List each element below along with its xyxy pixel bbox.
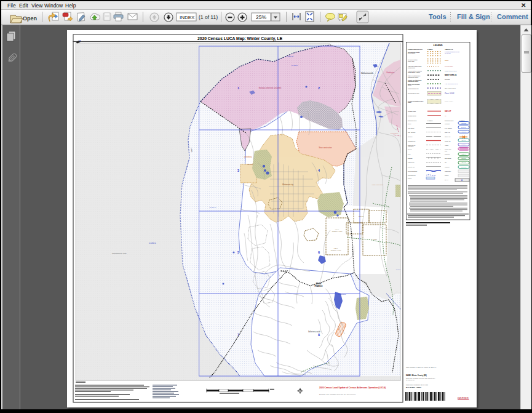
svg-text:Paddington: Paddington <box>386 71 395 74</box>
svg-text:CLOVIS: CLOVIS <box>359 215 364 217</box>
svg-text:0823-07: 0823-07 <box>445 110 451 113</box>
svg-text:No. At: No. At <box>445 179 448 180</box>
svg-text:SYMBOL/DESCRIPTION: SYMBOL/DESCRIPTION <box>408 49 423 50</box>
svg-text:Cemetery: Cemetery <box>445 153 450 154</box>
svg-text:as abal ac: as abal ac <box>149 242 157 244</box>
svg-text:Intermittent str: Intermittent str <box>408 175 416 176</box>
svg-text:ROSE GRNT 43700: ROSE GRNT 43700 <box>445 70 457 71</box>
svg-text:Campus: Campus <box>445 166 449 167</box>
svg-text:1: 1 <box>237 86 239 90</box>
svg-text:SYMBOL: SYMBOL <box>427 120 434 121</box>
svg-text:Blvd Fwy: Blvd Fwy <box>461 127 466 128</box>
svg-text:Special: Special <box>408 149 412 150</box>
svg-text:saddle center: saddle center <box>445 101 453 103</box>
svg-text:TR (5400): TR (5400) <box>445 53 451 54</box>
svg-text:as aba ac: as aba ac <box>210 207 217 209</box>
svg-text:MAP SHEET: 4-0000Y: MAP SHEET: 4-0000Y <box>406 387 422 388</box>
svg-text:Stairway: Stairway <box>408 136 413 137</box>
svg-text:(1 of 11): (1 of 11) <box>199 14 218 20</box>
svg-text:CR 144: CR 144 <box>462 140 467 141</box>
svg-text:Golf Course: Golf Course <box>445 158 452 159</box>
svg-text:achterberg: achterberg <box>244 156 252 158</box>
svg-text:2: 2 <box>318 86 320 90</box>
svg-text:Ferry: Ferry <box>408 153 411 154</box>
svg-text:SYMBOL: SYMBOL <box>459 120 466 121</box>
svg-text:ac ara ac: ac ara ac <box>292 65 298 66</box>
svg-text:Census Block: Census Block <box>408 115 417 116</box>
svg-text:(MCD): (MCD) <box>408 85 411 86</box>
svg-text:Belle terra castle: Belle terra castle <box>308 331 320 333</box>
svg-text:Incorporated Place: Incorporated Place <box>408 93 420 94</box>
svg-text:Street: Street <box>408 123 411 124</box>
svg-text:Cmtry 9: Cmtry 9 <box>462 153 467 154</box>
svg-text:U.S. Highway: U.S. Highway <box>445 127 452 129</box>
svg-text:ARDEN: ARDEN <box>372 239 377 240</box>
svg-text:Winterset city: Winterset city <box>282 183 294 186</box>
svg-text:Corporation (ANRC): Corporation (ANRC) <box>408 71 420 73</box>
svg-text:7: 7 <box>237 333 239 337</box>
svg-text:6: 6 <box>318 251 320 254</box>
svg-text:T3600: T3600 <box>445 60 449 61</box>
svg-text:Glacier: Glacier <box>408 177 412 178</box>
svg-text:INDEX: INDEX <box>180 15 195 20</box>
svg-text:MILTON 3120: MILTON 3120 <box>445 66 453 67</box>
svg-text:Glacier: Glacier <box>445 175 449 176</box>
svg-text:Park: Park <box>445 150 447 151</box>
svg-text:Camp950: Camp950 <box>461 166 467 167</box>
svg-text:(chaussee): (chaussee) <box>408 146 414 147</box>
svg-text:21 January(M): 21 January(M) <box>406 379 415 380</box>
svg-text:Interstate/Fwy: Interstate/Fwy <box>408 140 416 142</box>
svg-text:Boundary and Annotation Svc?: Boundary and Annotation Svc? Ref. ID: 48… <box>319 394 356 396</box>
svg-text:alfiunachberlay canal: alfiunachberlay canal <box>112 252 127 254</box>
svg-text:3: 3 <box>237 169 239 172</box>
svg-text:Neve construction: Neve construction <box>319 146 332 149</box>
svg-text:DESCRIPTION: DESCRIPTION <box>445 120 454 121</box>
svg-text:Golf 999: Golf 999 <box>461 158 466 159</box>
svg-text:Water body: Water body <box>445 170 451 172</box>
svg-text:Property line: Property line <box>408 166 415 167</box>
svg-text:Walthamtownville: Walthamtownville <box>361 72 374 74</box>
svg-text:CHL310: CHL310 <box>445 79 450 80</box>
svg-text:Open: Open <box>23 15 37 22</box>
svg-text:Interstate: Interstate <box>445 123 450 124</box>
svg-text:2020 LUCA program reference ma: 2020 LUCA program reference map (parent … <box>406 377 435 379</box>
svg-text:Reservation: Reservation <box>408 53 416 54</box>
svg-text:4WD Street: 4WD Street <box>408 127 415 129</box>
svg-text:NEW YORK 36: NEW YORK 36 <box>445 74 457 76</box>
svg-text:Ridge/fence: Ridge/fence <box>408 162 415 163</box>
svg-text:SYMBOL: SYMBOL <box>427 49 434 50</box>
svg-text:Framington: Framington <box>391 133 399 135</box>
svg-text:RESERVATION: RESERVATION <box>332 231 343 233</box>
svg-text:AirportXY: AirportXY <box>461 144 467 145</box>
svg-text:Nondocumented area(WI): Nondocumented area(WI) <box>259 87 282 89</box>
svg-text:CENSUS: CENSUS <box>458 396 469 399</box>
svg-text:FRAMSCO: FRAMSCO <box>314 285 322 287</box>
svg-text:ABBR/STYLE: ABBR/STYLE <box>445 49 453 50</box>
svg-text:Total Counties: 6 [Sheet 1], P: Total Counties: 6 [Sheet 1], Parcel: 2, … <box>406 367 437 369</box>
svg-text:equivalent entity): equivalent entity) <box>408 76 418 78</box>
svg-text:5: 5 <box>237 251 239 254</box>
svg-text:LEGEND: LEGEND <box>434 44 443 47</box>
svg-text:County Rd: County Rd <box>445 140 450 142</box>
svg-text:Census Tract: Census Tract <box>408 111 416 112</box>
svg-text:Lim Township 90410: Lim Township 90410 <box>444 83 458 85</box>
svg-text:Interstate: Interstate <box>461 122 467 124</box>
svg-text:State Hwy: State Hwy <box>445 132 450 133</box>
svg-text:2020 Census Local Update of Ce: 2020 Census Local Update of Census Addre… <box>319 387 386 389</box>
svg-text:Koste reservation: Koste reservation <box>372 184 384 186</box>
svg-text:RESERVATION: RESERVATION <box>331 249 341 251</box>
svg-text:Airport: Airport <box>445 145 448 146</box>
svg-text:Other Hwy: Other Hwy <box>445 136 450 137</box>
svg-text:Trust Land: Trust Land <box>408 60 415 62</box>
svg-text:Hwy 66: Hwy 66 <box>462 131 467 132</box>
svg-text:MILFORD acres: MILFORD acres <box>445 87 456 89</box>
svg-text:equivalent entity): equivalent entity) <box>408 81 418 82</box>
svg-text:Jail x40: Jail x40 <box>462 162 467 163</box>
svg-text:(CDP): (CDP) <box>408 102 411 103</box>
svg-text:Railroad: Railroad <box>408 158 412 159</box>
svg-text:8: 8 <box>318 333 320 337</box>
svg-text:2020 Census LUCA Map: Winter: 2020 Census LUCA Map: Winter County, LE <box>197 36 283 41</box>
svg-text:NAME: Winter County (WI): NAME: Winter County (WI) <box>406 374 427 377</box>
svg-text:DESCRIPTION: DESCRIPTION <box>408 120 417 121</box>
svg-text:st anna rd: st anna rd <box>286 55 293 58</box>
